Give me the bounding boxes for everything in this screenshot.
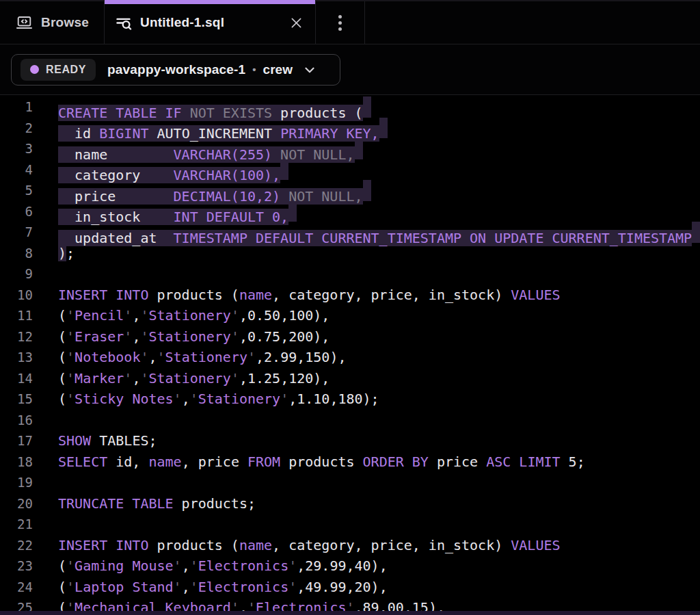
code-line-content: TRUNCATE TABLE products; [33, 493, 256, 514]
line-number: 10 [0, 285, 33, 306]
code-line: 17SHOW TABLES; [0, 430, 700, 452]
workspace-separator: • [252, 64, 256, 75]
selection-newline [363, 96, 371, 118]
code-line-content [33, 410, 58, 431]
line-number: 18 [0, 452, 33, 473]
browse-laptop-code-icon [15, 14, 33, 32]
line-number: 1 [0, 96, 33, 118]
code-line: 24('Laptop Stand','Electronics',49.99,20… [0, 577, 700, 598]
code-line-content: ('Eraser','Stationery',0.75,200), [33, 326, 329, 348]
code-line-content [33, 514, 58, 535]
code-line: 5 price DECIMAL(10,2) NOT NULL, [0, 180, 700, 201]
code-line-content: SELECT id, name, price FROM products ORD… [33, 452, 585, 473]
code-line-content [33, 472, 58, 493]
code-line: 16 [0, 410, 700, 431]
workspace-name: pavappy-workspace-1 [107, 62, 245, 77]
connection-name: crew [263, 62, 293, 77]
tab-bar: Browse Untitled-1.sql [0, 0, 700, 44]
tab-untitled-sql-label: Untitled-1.sql [140, 15, 224, 30]
line-number: 16 [0, 410, 33, 431]
line-number: 9 [0, 263, 33, 285]
active-tab-accent [105, 0, 315, 4]
selection-newline [692, 222, 700, 243]
selection-newline [363, 180, 371, 201]
code-line-content: SHOW TABLES; [33, 430, 157, 452]
line-number: 3 [0, 138, 33, 159]
line-number: 2 [0, 118, 33, 139]
ready-status-label: READY [46, 64, 86, 76]
code-line-content: ('Notebook','Stationery',2.99,150), [33, 347, 346, 368]
ready-status-badge: READY [21, 59, 96, 81]
code-line-content: in_stock INT DEFAULT 0, [33, 201, 297, 222]
code-line-content: INSERT INTO products (name, category, pr… [33, 535, 561, 556]
line-number: 11 [0, 305, 33, 326]
code-line: 13('Notebook','Stationery',2.99,150), [0, 347, 700, 368]
line-number: 24 [0, 577, 33, 598]
code-line-content: id BIGINT AUTO_INCREMENT PRIMARY KEY, [33, 118, 388, 139]
code-line-content: CREATE TABLE IF NOT EXISTS products ( [33, 96, 371, 118]
kebab-icon [338, 15, 342, 18]
line-number: 23 [0, 555, 33, 577]
line-number: 14 [0, 368, 33, 389]
tab-overflow-menu-button[interactable] [316, 1, 365, 44]
code-line: 21 [0, 514, 700, 535]
selection-newline [280, 159, 288, 181]
code-line: 20TRUNCATE TABLE products; [0, 493, 700, 514]
code-line-content: name VARCHAR(255) NOT NULL, [33, 138, 363, 159]
line-number: 4 [0, 159, 33, 181]
code-line-content: ); [33, 243, 75, 264]
code-line: 15('Sticky Notes','Stationery',1.10,180)… [0, 389, 700, 410]
connection-selector[interactable]: READY pavappy-workspace-1 • crew [11, 54, 340, 86]
code-line: 1CREATE TABLE IF NOT EXISTS products ( [0, 96, 700, 118]
code-line: 10INSERT INTO products (name, category, … [0, 285, 700, 306]
line-number: 8 [0, 243, 33, 264]
ready-dot-icon [30, 65, 39, 74]
line-number: 21 [0, 514, 33, 535]
line-number: 6 [0, 201, 33, 222]
code-line: 22INSERT INTO products (name, category, … [0, 535, 700, 556]
code-line: 19 [0, 472, 700, 493]
code-line-content: ('Gaming Mouse','Electronics',29.99,40), [33, 555, 388, 577]
code-line: 9 [0, 263, 700, 285]
close-tab-icon[interactable] [286, 13, 306, 32]
selection-newline [355, 138, 363, 159]
code-line: 14('Marker','Stationery',1.25,120), [0, 368, 700, 389]
bottom-panel-edge [0, 611, 700, 615]
line-number: 15 [0, 389, 33, 410]
line-number: 7 [0, 222, 33, 243]
code-line: 7 updated_at TIMESTAMP DEFAULT CURRENT_T… [0, 222, 700, 243]
code-line-content [33, 263, 58, 285]
line-number: 13 [0, 347, 33, 368]
status-bar: READY pavappy-workspace-1 • crew [0, 44, 700, 95]
query-file-icon [114, 14, 133, 32]
line-number: 19 [0, 472, 33, 493]
selection-newline [379, 118, 388, 139]
kebab-icon [338, 21, 342, 25]
line-number: 5 [0, 180, 33, 201]
code-line-content: INSERT INTO products (name, category, pr… [33, 285, 561, 306]
selection-newline [288, 201, 297, 222]
code-line: 3 name VARCHAR(255) NOT NULL, [0, 138, 700, 159]
code-line-content: updated_at TIMESTAMP DEFAULT CURRENT_TIM… [33, 222, 700, 243]
code-line: 12('Eraser','Stationery',0.75,200), [0, 326, 700, 348]
code-line: 2 id BIGINT AUTO_INCREMENT PRIMARY KEY, [0, 118, 700, 139]
code-line-content: ('Pencil','Stationery',0.50,100), [33, 305, 329, 326]
code-line: 11('Pencil','Stationery',0.50,100), [0, 305, 700, 326]
kebab-icon [338, 27, 342, 31]
line-number: 22 [0, 535, 33, 556]
tab-untitled-sql[interactable]: Untitled-1.sql [105, 1, 316, 44]
code-line: 23('Gaming Mouse','Electronics',29.99,40… [0, 555, 700, 577]
sql-editor[interactable]: 1CREATE TABLE IF NOT EXISTS products (2 … [0, 95, 700, 615]
line-number: 12 [0, 326, 33, 348]
code-line-content: price DECIMAL(10,2) NOT NULL, [33, 180, 371, 201]
tab-browse-label: Browse [41, 15, 89, 30]
line-number: 20 [0, 493, 33, 514]
code-line-content: ('Laptop Stand','Electronics',49.99,20), [33, 577, 388, 598]
tab-browse[interactable]: Browse [0, 1, 105, 44]
chevron-down-icon [302, 62, 317, 77]
code-line-content: ('Marker','Stationery',1.25,120), [33, 368, 329, 389]
code-line: 18SELECT id, name, price FROM products O… [0, 452, 700, 473]
code-line-content: category VARCHAR(100), [33, 159, 288, 181]
line-number: 17 [0, 430, 33, 452]
code-line-content: ('Sticky Notes','Stationery',1.10,180); [33, 389, 379, 410]
